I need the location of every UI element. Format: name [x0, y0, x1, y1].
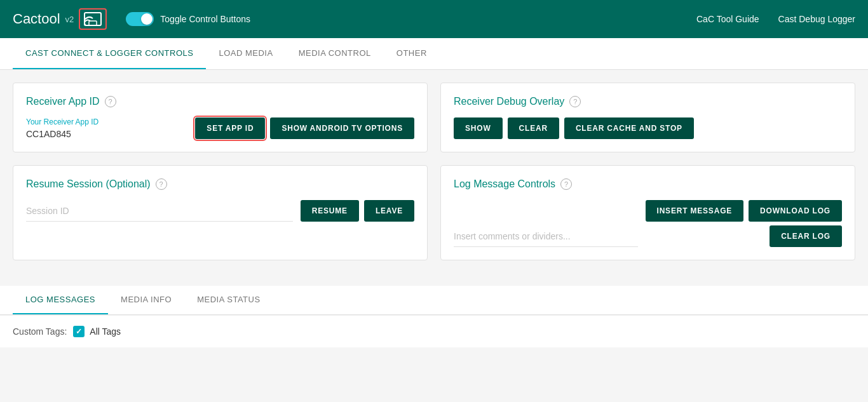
- bottom-tab-media-info[interactable]: MEDIA INFO: [108, 286, 184, 314]
- clear-overlay-button[interactable]: CLEAR: [508, 117, 559, 139]
- tab-cast-connect[interactable]: CAST CONNECT & LOGGER CONTROLS: [13, 38, 206, 69]
- show-overlay-button[interactable]: SHOW: [454, 117, 503, 139]
- session-id-input[interactable]: [26, 201, 293, 222]
- log-message-card: Log Message Controls ? INSERT MESSAGE DO…: [440, 165, 855, 260]
- tab-other[interactable]: OTHER: [384, 38, 440, 69]
- app-id-input-label: Your Receiver App ID: [26, 117, 185, 126]
- all-tags-checkbox-wrapper[interactable]: All Tags: [73, 326, 121, 337]
- bottom-cards-row: Resume Session (Optional) ? RESUME LEAVE…: [13, 165, 855, 260]
- cast-icon-wrapper[interactable]: [79, 8, 107, 30]
- receiver-debug-card: Receiver Debug Overlay ? SHOW CLEAR CLEA…: [440, 83, 855, 152]
- header-nav: CaC Tool Guide Cast Debug Logger: [696, 14, 855, 24]
- insert-message-button[interactable]: INSERT MESSAGE: [646, 200, 744, 222]
- show-android-tv-button[interactable]: SHOW ANDROID TV OPTIONS: [270, 117, 414, 139]
- app-id-btn-group: SET APP ID SHOW ANDROID TV OPTIONS: [195, 117, 414, 139]
- bottom-tab-log-messages[interactable]: LOG MESSAGES: [13, 286, 108, 314]
- all-tags-checkbox[interactable]: [73, 326, 85, 337]
- resume-session-help-icon[interactable]: ?: [156, 178, 167, 190]
- logo-text: Cactool: [13, 11, 60, 27]
- log-btn-row-top: INSERT MESSAGE DOWNLOAD LOG: [646, 200, 842, 222]
- svg-point-1: [84, 23, 86, 25]
- custom-tags-section: Custom Tags: All Tags: [0, 315, 868, 347]
- tab-load-media[interactable]: LOAD MEDIA: [206, 38, 285, 69]
- session-section: RESUME LEAVE: [26, 200, 414, 222]
- bottom-tab-media-status[interactable]: MEDIA STATUS: [184, 286, 273, 314]
- log-message-title: Log Message Controls ?: [454, 178, 842, 190]
- overlay-btn-group: SHOW CLEAR CLEAR CACHE AND STOP: [454, 117, 842, 139]
- tab-media-control[interactable]: MEDIA CONTROL: [286, 38, 384, 69]
- log-comment-input[interactable]: [454, 226, 638, 247]
- cast-icon: [84, 12, 102, 26]
- log-btn-row-bottom: CLEAR LOG: [770, 225, 842, 247]
- app-id-section: Your Receiver App ID CC1AD845 SET APP ID…: [26, 117, 414, 139]
- resume-session-title: Resume Session (Optional) ?: [26, 178, 414, 190]
- top-cards-row: Receiver App ID ? Your Receiver App ID C…: [13, 83, 855, 152]
- cast-debug-logger-link[interactable]: Cast Debug Logger: [778, 14, 855, 24]
- logo-section: Cactool v2: [13, 8, 107, 30]
- all-tags-label: All Tags: [90, 326, 121, 337]
- cac-tool-guide-link[interactable]: CaC Tool Guide: [696, 14, 759, 24]
- svg-rect-0: [85, 13, 101, 25]
- clear-log-button[interactable]: CLEAR LOG: [770, 225, 842, 247]
- main-tabs-bar: CAST CONNECT & LOGGER CONTROLS LOAD MEDI…: [0, 38, 868, 70]
- bottom-tabs-bar: LOG MESSAGES MEDIA INFO MEDIA STATUS: [0, 286, 868, 315]
- logo-version: v2: [65, 15, 74, 24]
- toggle-control-buttons[interactable]: [126, 12, 154, 26]
- log-controls-section: INSERT MESSAGE DOWNLOAD LOG CLEAR LOG: [454, 200, 842, 247]
- receiver-debug-title: Receiver Debug Overlay ?: [454, 96, 842, 107]
- receiver-app-id-title: Receiver App ID ?: [26, 96, 414, 107]
- toggle-section: Toggle Control Buttons: [126, 12, 250, 26]
- set-app-id-button[interactable]: SET APP ID: [195, 117, 265, 139]
- log-btn-group: INSERT MESSAGE DOWNLOAD LOG CLEAR LOG: [646, 200, 842, 247]
- leave-button[interactable]: LEAVE: [364, 200, 414, 222]
- app-id-input-group: Your Receiver App ID CC1AD845: [26, 117, 185, 139]
- receiver-app-id-card: Receiver App ID ? Your Receiver App ID C…: [13, 83, 428, 152]
- log-message-help-icon[interactable]: ?: [560, 178, 572, 190]
- download-log-button[interactable]: DOWNLOAD LOG: [749, 200, 842, 222]
- session-btn-group: RESUME LEAVE: [301, 200, 414, 222]
- app-header: Cactool v2 Toggle Control Buttons CaC To…: [0, 0, 868, 38]
- main-content: Receiver App ID ? Your Receiver App ID C…: [0, 70, 868, 286]
- receiver-debug-help-icon[interactable]: ?: [569, 96, 581, 107]
- custom-tags-label: Custom Tags:: [13, 326, 67, 337]
- app-id-input-value: CC1AD845: [26, 129, 185, 139]
- receiver-app-id-help-icon[interactable]: ?: [105, 96, 116, 107]
- toggle-label: Toggle Control Buttons: [160, 14, 250, 24]
- resume-button[interactable]: RESUME: [301, 200, 359, 222]
- clear-cache-stop-button[interactable]: CLEAR CACHE AND STOP: [564, 117, 694, 139]
- resume-session-card: Resume Session (Optional) ? RESUME LEAVE: [13, 165, 428, 260]
